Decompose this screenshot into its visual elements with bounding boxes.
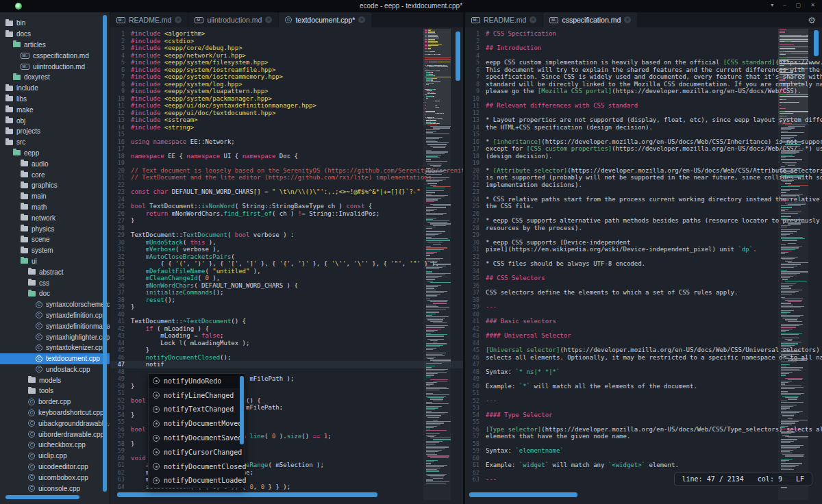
code-line[interactable]: 61Example: `widget` will match any `<wid…	[465, 462, 822, 469]
tree-item-main[interactable]: main	[0, 191, 110, 202]
tree-item-doxyrest[interactable]: doxyrest	[0, 72, 110, 83]
code-line[interactable]: 19	[465, 160, 822, 167]
tree-item-src[interactable]: src	[0, 137, 110, 148]
tree-item-obj[interactable]: obj	[0, 115, 110, 126]
code-line[interactable]: 12	[465, 110, 822, 117]
code-line[interactable]: 9#include <eepp/system/luapattern.hpp>	[110, 88, 463, 95]
code-line[interactable]: 20* [Attribute selector](https://develop…	[465, 167, 822, 175]
code-line[interactable]: 27}	[110, 217, 463, 225]
tree-item-models[interactable]: models	[0, 375, 110, 386]
code-line[interactable]: 28	[110, 225, 463, 232]
code-line[interactable]: 57elements that have the given node name…	[465, 433, 822, 440]
code-line[interactable]: 22	[110, 181, 463, 189]
code-line[interactable]: 49	[465, 375, 822, 383]
minimap-left[interactable]	[423, 29, 451, 500]
code-line[interactable]: 40	[465, 311, 822, 318]
tree-item-articles[interactable]: articles	[0, 40, 110, 51]
tree-item-ui[interactable]: ui	[0, 256, 110, 267]
autocomplete-item[interactable]: notifyDocumentMoved	[149, 416, 245, 431]
code-line[interactable]: 45 }	[110, 346, 463, 354]
code-line[interactable]: 42	[465, 325, 822, 333]
tree-item-physics[interactable]: physics	[0, 223, 110, 234]
code-line[interactable]: 24* CSS relative paths start from the pr…	[465, 196, 822, 203]
tab-close-icon[interactable]: ✕	[175, 16, 182, 23]
code-line[interactable]: 59Syntax: `elementname`	[465, 447, 822, 455]
code-line[interactable]: 1# CSS Specification	[465, 30, 822, 38]
tree-item-uiconsole.cpp[interactable]: Cuiconsole.cpp	[0, 483, 110, 494]
close-icon[interactable]: ✕	[810, 2, 815, 8]
code-line[interactable]: 55	[465, 418, 822, 426]
sidebar-horizontal-scrollbar[interactable]	[5, 495, 79, 499]
code-line[interactable]: 58	[465, 440, 822, 448]
code-line[interactable]: 17except for [CSS custom properties](htt…	[465, 145, 822, 153]
autocomplete-scrollbar[interactable]	[240, 376, 244, 444]
code-line[interactable]: 34	[465, 268, 822, 275]
code-line[interactable]: 14the HTML+CSS specification (design dec…	[465, 124, 822, 131]
autocomplete-item[interactable]: notifyDocumentClosed	[149, 459, 245, 474]
code-line[interactable]: 35 mCleanChangeId( 0 ),	[110, 275, 463, 282]
code-line[interactable]: 46selects all elements. Optionally, it m…	[465, 354, 822, 362]
tree-item-tools[interactable]: tools	[0, 386, 110, 396]
tab-textdocument.cpp*[interactable]: Ctextdocument.cpp*✕	[279, 12, 371, 27]
sidebar-vertical-scrollbar[interactable]	[103, 15, 107, 492]
tree-item-doc[interactable]: doc	[0, 288, 110, 299]
code-line[interactable]: 3## Introduction	[465, 45, 822, 52]
tree-item-syntaxtokenizer.cpp[interactable]: Csyntaxtokenizer.cpp	[0, 342, 110, 353]
tab-close-icon[interactable]: ✕	[265, 16, 272, 23]
code-line[interactable]: 15	[110, 131, 463, 138]
code-line[interactable]: 16using namespace EE::Network;	[110, 138, 463, 146]
code-line[interactable]: 44	[465, 340, 822, 347]
code-line[interactable]: 45[Universal selector](https://developer…	[465, 346, 822, 354]
code-area-right[interactable]: 1# CSS Specification23## Introduction45e…	[465, 27, 822, 504]
tree-item-syntaxdefinition.cpp[interactable]: Csyntaxdefinition.cpp	[0, 310, 110, 321]
tree-item-undostack.cpp[interactable]: Cundostack.cpp	[0, 364, 110, 375]
code-line[interactable]: 53	[465, 404, 822, 412]
code-line[interactable]: 18namespace EE { namespace UI { namespac…	[110, 153, 463, 160]
autocomplete-popup[interactable]: notifyUndoRedonotifyLineChangednotifyTex…	[148, 373, 245, 488]
code-line[interactable]: 47 notif	[110, 361, 463, 368]
tree-item-uiclip.cpp[interactable]: Cuiclip.cpp	[0, 451, 110, 462]
code-line[interactable]: 37 initializeCommands();	[110, 289, 463, 297]
code-line[interactable]: 19	[110, 160, 463, 167]
autocomplete-item[interactable]: notifyDocumentLoaded	[149, 474, 245, 488]
code-line[interactable]: 12#include <eepp/ui/doc/textdocument.hpp…	[110, 110, 463, 117]
code-line[interactable]: 33 { { '(', ')' }, { '[', ']' }, { '{', …	[110, 260, 463, 268]
code-line[interactable]: 41### Basic selectors	[465, 318, 822, 325]
code-line[interactable]: 6#include <eepp/system/iostreamfile.hpp>	[110, 66, 463, 74]
settings-gear-icon[interactable]: ⚙	[808, 15, 816, 25]
code-line[interactable]: 13* Layout properties are not supported …	[465, 116, 822, 124]
tree-item-graphics[interactable]: graphics	[0, 180, 110, 191]
code-line[interactable]: 42 if ( mLoading ) {	[110, 325, 463, 333]
tab-README.md[interactable]: M↓README.md✕	[110, 12, 188, 27]
tree-item-css[interactable]: css	[0, 277, 110, 288]
code-line[interactable]: 8#include <eepp/system/log.hpp>	[110, 81, 463, 88]
code-line[interactable]: 5eepp CSS custom implementation is heavi…	[465, 59, 822, 66]
code-line[interactable]: 41TextDocument::~TextDocument() {	[110, 318, 463, 325]
code-line[interactable]: 21is not supported (probably will not be…	[465, 174, 822, 181]
code-line[interactable]: 23const char DEFAULT_NON_WORD_CHARS[] = …	[110, 188, 463, 196]
code-line[interactable]: 10	[465, 95, 822, 103]
tab-close-icon[interactable]: ✕	[624, 16, 631, 23]
tab-close-icon[interactable]: ✕	[530, 16, 536, 23]
code-line[interactable]: 21// TextDocument and the lite editor (h…	[110, 174, 463, 181]
code-line[interactable]: 36	[465, 282, 822, 290]
code-line[interactable]: 32 mAutoCloseBracketsPairs(	[110, 253, 463, 261]
code-line[interactable]: 5#include <eepp/system/filesystem.hpp>	[110, 59, 463, 66]
code-line[interactable]: 11#include <eepp/ui/doc/syntaxdefinition…	[110, 102, 463, 110]
tree-item-scene[interactable]: scene	[0, 234, 110, 245]
minimize-icon[interactable]: –	[783, 2, 786, 8]
autocomplete-item[interactable]: notifyLineChanged	[149, 388, 245, 403]
autocomplete-item[interactable]: notifyTextChanged	[149, 403, 245, 417]
tree-item-audio[interactable]: audio	[0, 158, 110, 169]
code-line[interactable]: 43#### Universal Selector	[465, 332, 822, 340]
code-line[interactable]: 60	[465, 455, 822, 462]
tree-item-keyboardshortcut.cpp[interactable]: Ckeyboardshortcut.cpp	[0, 407, 110, 418]
code-line[interactable]: 46 notifyDocumentClosed();	[110, 354, 463, 362]
tree-item-csspecification.md[interactable]: M↓csspecification.md	[0, 50, 110, 61]
code-line[interactable]: 30* eepp CSS supports [Device-independen…	[465, 239, 822, 247]
code-line[interactable]: 51	[465, 390, 822, 397]
tree-item-eepp[interactable]: eepp	[0, 148, 110, 159]
code-line[interactable]: 4	[465, 52, 822, 60]
code-line[interactable]: 17	[110, 145, 463, 153]
tree-item-uicodeeditor.cpp[interactable]: Cuicodeeditor.cpp	[0, 462, 110, 473]
